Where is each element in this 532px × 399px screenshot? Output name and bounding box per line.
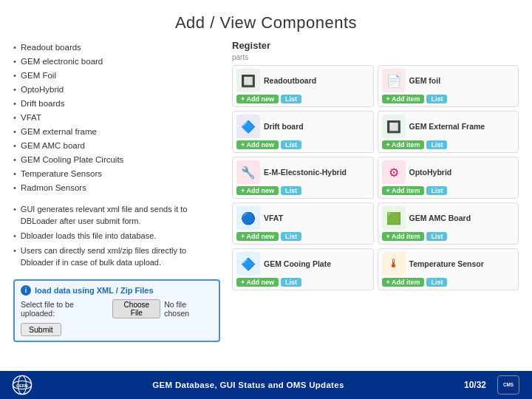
card-actions: + Add item List xyxy=(382,278,515,287)
bullet-item: GEM AMC board xyxy=(13,139,220,153)
submit-button[interactable]: Submit xyxy=(21,323,61,336)
card-actions: + Add new List xyxy=(236,278,369,287)
component-card-gem-amc: 🟩 GEM AMC Board + Add item List xyxy=(378,202,519,245)
component-icon-drift-board: 🔷 xyxy=(236,115,260,138)
register-title: Register xyxy=(232,40,519,51)
add-button-gem-hybrid[interactable]: + Add new xyxy=(236,186,279,195)
bullet-item: OptoHybrid xyxy=(13,82,220,96)
component-card-gem-foil: 📄 GEM foil + Add item List xyxy=(378,65,519,107)
page-number: 10/32 xyxy=(464,380,486,390)
card-actions: + Add new List xyxy=(236,140,369,149)
component-icon-temp-sensor: 🌡 xyxy=(382,252,406,276)
desc-item: GUI generates relevant xml file and send… xyxy=(13,202,220,229)
description-list: GUI generates relevant xml file and send… xyxy=(13,202,220,270)
component-icon-gem-hybrid: 🔧 xyxy=(236,160,260,184)
component-icon-gem-external-frame: 🔲 xyxy=(382,115,406,138)
component-label-gem-foil: GEM foil xyxy=(409,76,441,86)
component-card-drift-board: 🔷 Drift board + Add new List xyxy=(232,111,374,153)
component-label-gem-hybrid: E-M-Elecstonic-Hybrid xyxy=(264,168,347,177)
upload-row: Select file to be uploaded: Choose File … xyxy=(21,299,213,318)
bullet-item: GEM Cooling Plate Circuits xyxy=(13,153,220,167)
list-button-gem-amc[interactable]: List xyxy=(426,232,447,241)
bullet-item: GEM Foil xyxy=(13,68,220,82)
component-card-gem-hybrid: 🔧 E-M-Elecstonic-Hybrid + Add new List xyxy=(232,157,374,199)
list-button-drift-board[interactable]: List xyxy=(281,140,301,149)
add-button-gem-amc[interactable]: + Add item xyxy=(382,232,425,241)
card-actions: + Add item List xyxy=(382,140,515,149)
bullet-item: Readout boards xyxy=(13,40,220,54)
card-top: 🔷 GEM Cooing Plate xyxy=(236,252,369,276)
upload-box: i load data using XML / Zip Files Select… xyxy=(13,279,220,342)
component-label-gem-cool: GEM Cooing Plate xyxy=(264,259,331,269)
component-label-opto-hybrid: OptoHybrid xyxy=(409,168,452,177)
svg-text:CMS: CMS xyxy=(503,382,514,387)
add-button-gem-external-frame[interactable]: + Add item xyxy=(382,140,425,149)
footer: CERN GEM Database, GUI Status and OMS Up… xyxy=(0,371,532,399)
desc-item: Users can directly send xml/zip files di… xyxy=(13,244,220,270)
component-label-gem-external-frame: GEM External Frame xyxy=(409,122,485,132)
card-actions: + Add item List xyxy=(382,232,515,241)
file-label: Select file to be uploaded: xyxy=(21,300,109,318)
component-card-gem-cool: 🔷 GEM Cooing Plate + Add new List xyxy=(232,248,374,290)
svg-text:CERN: CERN xyxy=(16,383,28,388)
component-label-drift-board: Drift board xyxy=(264,122,304,132)
list-button-temp-sensor[interactable]: List xyxy=(426,278,447,287)
bullet-item: GEM external frame xyxy=(13,125,220,139)
add-button-vfat[interactable]: + Add new xyxy=(236,232,279,241)
register-subtitle: parts xyxy=(232,53,519,61)
card-actions: + Add new List xyxy=(236,186,369,195)
no-file-text: No file chosen xyxy=(164,300,213,318)
list-button-gem-cool[interactable]: List xyxy=(281,278,301,287)
card-top: 📄 GEM foil xyxy=(382,69,515,92)
component-label-temp-sensor: Temperature Sensor xyxy=(409,259,484,269)
add-button-opto-hybrid[interactable]: + Add item xyxy=(382,186,425,195)
add-button-gem-cool[interactable]: + Add new xyxy=(236,278,279,287)
component-card-readout-board: 🔲 Readoutboard + Add new List xyxy=(232,65,374,107)
list-button-gem-hybrid[interactable]: List xyxy=(281,186,301,195)
add-button-temp-sensor[interactable]: + Add item xyxy=(382,278,425,287)
main-content: Readout boardsGEM electronic boardGEM Fo… xyxy=(0,40,532,350)
component-icon-vfat: 🔵 xyxy=(236,206,260,230)
list-button-opto-hybrid[interactable]: List xyxy=(426,186,447,195)
add-button-drift-board[interactable]: + Add new xyxy=(236,140,279,149)
card-top: 🌡 Temperature Sensor xyxy=(382,252,515,276)
component-icon-opto-hybrid: ⚙ xyxy=(382,160,406,184)
card-top: 🔷 Drift board xyxy=(236,115,369,138)
upload-title-text: load data using XML / Zip Files xyxy=(35,286,154,295)
list-button-readout-board[interactable]: List xyxy=(281,95,301,103)
component-grid: 🔲 Readoutboard + Add new List 📄 GEM foil… xyxy=(232,65,519,290)
list-button-gem-external-frame[interactable]: List xyxy=(426,140,447,149)
add-button-gem-foil[interactable]: + Add item xyxy=(382,95,425,103)
bullet-item: Temperature Sensors xyxy=(13,167,220,181)
card-top: 🔲 Readoutboard xyxy=(236,69,369,92)
component-icon-gem-amc: 🟩 xyxy=(382,206,406,230)
card-top: 🔵 VFAT xyxy=(236,206,369,230)
component-card-vfat: 🔵 VFAT + Add new List xyxy=(232,202,374,245)
footer-center-text: GEM Database, GUI Status and OMS Updates xyxy=(152,381,344,389)
footer-left: CERN xyxy=(12,375,33,395)
component-label-readout-board: Readoutboard xyxy=(264,76,316,86)
left-panel: Readout boardsGEM electronic boardGEM Fo… xyxy=(13,40,220,350)
card-top: 🔧 E-M-Elecstonic-Hybrid xyxy=(236,160,369,184)
component-label-gem-amc: GEM AMC Board xyxy=(409,214,471,223)
desc-item: Dbloader loads this file into database. xyxy=(13,229,220,244)
card-top: 🟩 GEM AMC Board xyxy=(382,206,515,230)
list-button-vfat[interactable]: List xyxy=(281,232,301,241)
page-title: Add / View Components xyxy=(0,0,532,40)
choose-file-button[interactable]: Choose File xyxy=(112,299,160,318)
component-icon-readout-board: 🔲 xyxy=(236,69,260,92)
info-icon: i xyxy=(21,285,31,296)
bullet-item: GEM electronic board xyxy=(13,54,220,68)
component-card-gem-external-frame: 🔲 GEM External Frame + Add item List xyxy=(378,111,519,153)
card-top: ⚙ OptoHybrid xyxy=(382,160,515,184)
component-label-vfat: VFAT xyxy=(264,214,283,223)
card-actions: + Add item List xyxy=(382,95,515,103)
component-list: Readout boardsGEM electronic boardGEM Fo… xyxy=(13,40,220,195)
card-actions: + Add new List xyxy=(236,95,369,103)
component-card-temp-sensor: 🌡 Temperature Sensor + Add item List xyxy=(378,248,519,290)
add-button-readout-board[interactable]: + Add new xyxy=(236,95,279,103)
card-top: 🔲 GEM External Frame xyxy=(382,115,515,138)
bullet-item: VFAT xyxy=(13,110,220,124)
list-button-gem-foil[interactable]: List xyxy=(426,95,447,103)
upload-title: i load data using XML / Zip Files xyxy=(21,285,213,296)
